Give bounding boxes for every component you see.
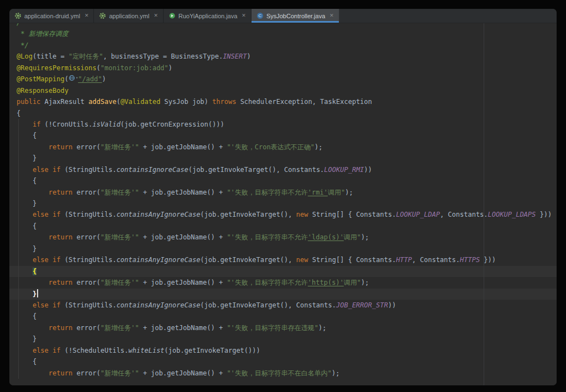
code-token: )) xyxy=(388,301,396,309)
tab-application.yml[interactable]: application.yml✕ xyxy=(94,9,163,23)
tab-label: application.yml xyxy=(109,13,149,19)
code-line[interactable]: else if (StringUtils.containsAnyIgnoreCa… xyxy=(9,300,557,311)
tab-close-icon[interactable]: ✕ xyxy=(242,13,246,18)
code-token: AjaxResult xyxy=(45,98,88,106)
code-token: (StringUtils. xyxy=(60,301,116,309)
tab-sysjobcontroller.java[interactable]: CSysJobController.java✕ xyxy=(251,9,339,23)
code-token: "'失败，Cron表达式不正确" xyxy=(227,143,315,151)
code-line[interactable]: else if (!ScheduleUtils.whiteList(job.ge… xyxy=(9,345,557,356)
code-line[interactable]: { xyxy=(9,175,557,186)
code-token xyxy=(17,256,33,264)
tab-close-icon[interactable]: ✕ xyxy=(329,13,334,18)
code-token: @Validated xyxy=(120,98,160,106)
code-line[interactable]: @ResponseBody xyxy=(9,85,557,96)
code-line[interactable]: } xyxy=(9,153,557,164)
code-token: HTTPS xyxy=(460,256,480,264)
code-token: if xyxy=(33,121,40,128)
code-token: * 新增保存调度 xyxy=(17,30,69,38)
code-token: SchedulerException, TaskException xyxy=(236,98,372,106)
code-line[interactable]: } xyxy=(9,243,557,254)
code-line[interactable]: * 新增保存调度 xyxy=(9,28,557,39)
code-line[interactable]: return error("新增任务'" + job.getJobName() … xyxy=(9,232,557,243)
code-line[interactable]: else if (StringUtils.containsIgnoreCase(… xyxy=(9,164,557,175)
code-line[interactable]: } xyxy=(9,289,557,300)
code-token: (StringUtils. xyxy=(60,256,116,264)
code-token xyxy=(17,268,33,275)
tab-close-icon[interactable]: ✕ xyxy=(154,13,158,18)
code-token: LOOKUP_LDAPS xyxy=(488,211,536,218)
code-token: containsIgnoreCase xyxy=(117,166,188,174)
code-line[interactable]: } xyxy=(9,333,557,344)
code-token: { xyxy=(33,268,36,275)
code-line[interactable]: { xyxy=(9,130,557,141)
code-token: public xyxy=(17,98,45,106)
code-token: (StringUtils. xyxy=(60,166,116,174)
code-line[interactable]: { xyxy=(9,108,557,119)
code-token: "新增任务'" xyxy=(101,369,139,377)
code-line[interactable]: @RequiresPermissions("monitor:job:add") xyxy=(9,62,557,74)
code-token: return xyxy=(49,189,72,196)
code-token: */ xyxy=(17,41,29,49)
code-token: , Constants. xyxy=(412,256,460,264)
code-line[interactable]: return error("新增任务'" + job.getJobName() … xyxy=(9,187,557,198)
editor[interactable]: /** * 新增保存调度 */@Log(title = "定时任务", busi… xyxy=(9,23,557,385)
code-line[interactable]: else if (StringUtils.containsAnyIgnoreCa… xyxy=(9,254,557,265)
code-line[interactable]: @PostMapping(▾"/add") xyxy=(9,74,557,85)
code-token: ); xyxy=(361,279,369,286)
code-token: + job.getJobName() + xyxy=(139,143,227,151)
code-token xyxy=(17,233,49,241)
code-token: 调用" xyxy=(344,233,361,241)
url-globe-icon[interactable]: ▾ xyxy=(69,75,78,81)
code-line[interactable]: { xyxy=(9,356,557,367)
code-line[interactable]: /** xyxy=(9,23,557,28)
code-token xyxy=(17,301,33,309)
code-token: } xyxy=(17,335,36,343)
tab-ruoyiapplication.java[interactable]: RuoYiApplication.java✕ xyxy=(164,9,251,23)
code-line[interactable]: { xyxy=(9,266,557,277)
code-line[interactable]: @Log(title = "定时任务", businessType = Busi… xyxy=(9,51,557,62)
code-token: + job.getJobName() + xyxy=(139,189,227,196)
code-token: @Log xyxy=(17,53,33,60)
code-token: (job.getCronExpression())) xyxy=(120,121,224,128)
code-token: isValid xyxy=(92,121,120,128)
code-token: /** xyxy=(17,23,29,27)
code-line[interactable]: { xyxy=(9,221,557,232)
code-token: ); xyxy=(318,324,326,332)
yaml-gear-icon xyxy=(14,12,22,19)
code-token: (job.getInvokeTarget(), xyxy=(200,256,296,264)
code-line[interactable]: return error("新增任务'" + job.getJobName() … xyxy=(9,142,557,153)
tab-close-icon[interactable]: ✕ xyxy=(85,13,89,18)
code-token: + job.getJobName() + xyxy=(139,279,227,286)
code-token: "monitor:job:add" xyxy=(101,64,169,72)
right-margin-guide xyxy=(484,23,484,385)
code-token: error( xyxy=(72,233,101,241)
tab-application-druid.yml[interactable]: application-druid.yml✕ xyxy=(9,9,94,23)
code-token: ) xyxy=(247,53,251,60)
code-token: 'http(s)' xyxy=(308,279,344,286)
code-line[interactable]: */ xyxy=(9,40,557,51)
code-line[interactable]: return error("新增任务'" + job.getJobName() … xyxy=(9,322,557,333)
code-line[interactable]: } xyxy=(9,198,557,209)
code-token: } xyxy=(17,200,36,207)
code-token: error( xyxy=(72,324,101,332)
code-token: "/add" xyxy=(78,75,102,83)
code-token: else if xyxy=(33,211,61,218)
code-token: "新增任务'" xyxy=(101,233,139,241)
code-line[interactable]: public AjaxResult addSave(@Validated Sys… xyxy=(9,96,557,107)
code-token: error( xyxy=(72,143,101,151)
yaml-gear-icon xyxy=(99,12,106,19)
code-line[interactable]: return error("新增任务'" + job.getJobName() … xyxy=(9,277,557,288)
code-token: return xyxy=(49,233,72,241)
code-token: LOOKUP_RMI xyxy=(324,166,364,174)
code-token: new xyxy=(296,256,308,264)
code-line[interactable]: if (!CronUtils.isValid(job.getCronExpres… xyxy=(9,119,557,130)
code-line[interactable]: { xyxy=(9,311,557,322)
code-token: 调用" xyxy=(344,279,361,286)
code-line[interactable]: else if (StringUtils.containsAnyIgnoreCa… xyxy=(9,209,557,220)
code-line[interactable]: return error("新增任务'" + job.getJobName() … xyxy=(9,368,557,379)
tab-bar: application-druid.yml✕application.yml✕Ru… xyxy=(9,9,557,23)
code-token: else if xyxy=(33,347,61,354)
code-token: 调用" xyxy=(328,189,345,196)
code-token: String[] { Constants. xyxy=(308,256,396,264)
code-token xyxy=(17,290,33,298)
